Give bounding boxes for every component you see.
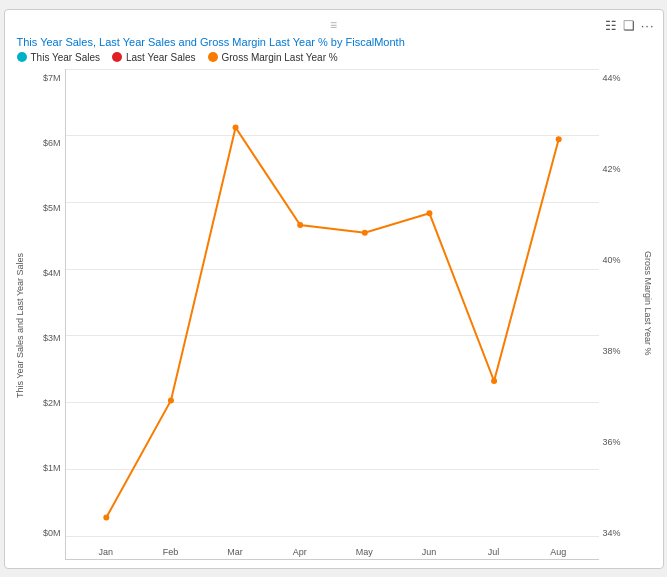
legend-label-this-year: This Year Sales — [31, 52, 101, 63]
y-tick-left: $4M — [43, 268, 61, 278]
y-tick-left: $5M — [43, 203, 61, 213]
y-tick-left: $2M — [43, 398, 61, 408]
bar-group[interactable] — [74, 69, 139, 537]
y-axis-right: 34%36%38%40%42%44% — [599, 69, 641, 560]
legend-dot-last-year — [112, 52, 122, 62]
y-tick-left: $1M — [43, 463, 61, 473]
y-tick-right: 34% — [603, 528, 621, 538]
legend-dot-gross-margin — [208, 52, 218, 62]
bar-group[interactable] — [461, 69, 526, 537]
legend-item-gross-margin: Gross Margin Last Year % — [208, 52, 338, 63]
x-label: Jan — [74, 547, 139, 559]
y-axis-left: $0M$1M$2M$3M$4M$5M$6M$7M — [27, 69, 65, 560]
x-label: Mar — [203, 547, 268, 559]
bar-group[interactable] — [267, 69, 332, 537]
x-label: Feb — [138, 547, 203, 559]
more-icon[interactable]: ··· — [641, 18, 655, 33]
y-tick-right: 44% — [603, 73, 621, 83]
legend: This Year Sales Last Year Sales Gross Ma… — [13, 52, 655, 63]
y-tick-right: 42% — [603, 164, 621, 174]
x-label: Jun — [397, 547, 462, 559]
x-labels: JanFebMarAprMayJunJulAug — [66, 537, 599, 559]
chart-card: ≡ ☷ ❏ ··· This Year Sales, Last Year Sal… — [4, 9, 664, 569]
drag-handle: ≡ — [330, 18, 337, 32]
legend-item-last-year: Last Year Sales — [112, 52, 196, 63]
x-label: Aug — [526, 547, 591, 559]
legend-label-last-year: Last Year Sales — [126, 52, 196, 63]
bar-group[interactable] — [138, 69, 203, 537]
left-axis-label: This Year Sales and Last Year Sales — [13, 69, 27, 560]
bar-group[interactable] — [526, 69, 591, 537]
y-tick-left: $3M — [43, 333, 61, 343]
x-label: May — [332, 547, 397, 559]
expand-icon[interactable]: ❏ — [623, 18, 635, 33]
x-label: Jul — [461, 547, 526, 559]
legend-dot-this-year — [17, 52, 27, 62]
y-tick-right: 36% — [603, 437, 621, 447]
chart-title: This Year Sales, Last Year Sales and Gro… — [13, 36, 655, 48]
top-icons: ☷ ❏ ··· — [605, 18, 655, 33]
bar-group[interactable] — [203, 69, 268, 537]
legend-item-this-year: This Year Sales — [17, 52, 101, 63]
bars-container — [66, 69, 599, 537]
bar-group[interactable] — [332, 69, 397, 537]
bar-group[interactable] — [397, 69, 462, 537]
filter-icon[interactable]: ☷ — [605, 18, 617, 33]
y-tick-left: $6M — [43, 138, 61, 148]
y-tick-left: $0M — [43, 528, 61, 538]
x-label: Apr — [267, 547, 332, 559]
y-tick-left: $7M — [43, 73, 61, 83]
plot-area: JanFebMarAprMayJunJulAug — [65, 69, 599, 560]
y-tick-right: 38% — [603, 346, 621, 356]
right-axis-label: Gross Margin Last Year % — [641, 69, 655, 560]
chart-wrapper: This Year Sales and Last Year Sales $0M$… — [13, 69, 655, 560]
legend-label-gross-margin: Gross Margin Last Year % — [222, 52, 338, 63]
y-tick-right: 40% — [603, 255, 621, 265]
